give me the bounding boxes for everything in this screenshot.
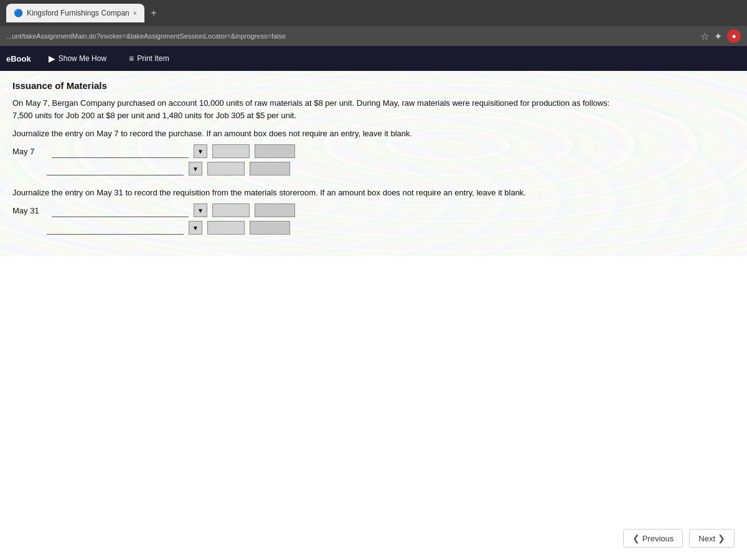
tab-favicon: 🔵 (14, 9, 23, 17)
may31-entry-line-2 (47, 221, 184, 235)
print-item-label: Print Item (137, 54, 169, 63)
may7-row-1: May 7 ▼ (12, 144, 735, 158)
nav-buttons: ❮ Previous Next ❯ (623, 529, 735, 548)
new-tab-btn[interactable]: + (147, 7, 160, 19)
may31-row-2: ▼ (47, 221, 735, 235)
may7-debit-1[interactable] (212, 144, 250, 158)
may31-credit-2[interactable] (250, 221, 290, 235)
may31-entry-line-1 (52, 203, 189, 217)
show-me-how-label: Show Me How (59, 54, 106, 63)
show-me-icon: ▶ (49, 54, 55, 63)
problem-text-2: 7,500 units for Job 200 at $8 per unit a… (12, 111, 296, 120)
main-content: eBook ▶ Show Me How ≡ Print Item Issuanc… (0, 46, 747, 560)
ebook-label: eBook (6, 54, 31, 63)
section-title: Issuance of Materials (12, 80, 735, 91)
may7-journal-section: May 7 ▼ ▼ (12, 144, 735, 175)
next-label: Next (698, 534, 715, 543)
toolbar: eBook ▶ Show Me How ≡ Print Item (0, 46, 747, 71)
may7-dropdown-2[interactable]: ▼ (189, 162, 202, 175)
may7-date: May 7 (12, 147, 47, 156)
may31-debit-2[interactable] (207, 221, 245, 235)
may7-credit-2[interactable] (250, 162, 290, 175)
browser-icons: ☆ ✦ ● (700, 29, 741, 43)
instruction-1: Journalize the entry on May 7 to record … (12, 129, 735, 138)
problem-text-1: On May 7, Bergan Company purchased on ac… (12, 98, 609, 108)
user-icon[interactable]: ● (727, 29, 741, 43)
may31-date: May 31 (12, 206, 47, 215)
tab-bar: 🔵 Kingsford Furnishings Compan × + (6, 4, 161, 22)
problem-text: On May 7, Bergan Company purchased on ac… (12, 97, 735, 121)
may31-dropdown-1[interactable]: ▼ (194, 203, 207, 217)
show-me-how-btn[interactable]: ▶ Show Me How (44, 51, 111, 66)
url-text: ...unt/takeAssignmentMain.do?invoker=&ta… (6, 32, 694, 40)
tab-close-btn[interactable]: × (133, 9, 137, 17)
browser-chrome: 🔵 Kingsford Furnishings Compan × + (0, 0, 747, 26)
may7-entry-line-1 (52, 144, 189, 158)
may31-dropdown-2[interactable]: ▼ (189, 221, 202, 235)
tab-title: Kingsford Furnishings Compan (27, 9, 129, 17)
prev-chevron: ❮ (632, 533, 640, 543)
print-icon: ≡ (129, 54, 134, 63)
may7-dropdown-1[interactable]: ▼ (194, 144, 207, 158)
may7-row-2: ▼ (47, 162, 735, 175)
next-btn[interactable]: Next ❯ (689, 529, 735, 548)
may7-debit-2[interactable] (207, 162, 245, 175)
previous-label: Previous (642, 534, 674, 543)
may31-credit-1[interactable] (255, 203, 295, 217)
bookmark-icon[interactable]: ☆ (700, 30, 709, 42)
may31-debit-1[interactable] (212, 203, 250, 217)
content-wrapper: Issuance of Materials On May 7, Bergan C… (12, 80, 735, 235)
may7-entry-line-2 (47, 162, 184, 175)
extension-icon[interactable]: ✦ (714, 30, 722, 42)
page-body: Issuance of Materials On May 7, Bergan C… (0, 71, 747, 256)
active-tab[interactable]: 🔵 Kingsford Furnishings Compan × (6, 4, 144, 22)
print-item-btn[interactable]: ≡ Print Item (124, 51, 174, 66)
next-chevron: ❯ (718, 533, 725, 543)
may31-journal-section: May 31 ▼ ▼ (12, 203, 735, 235)
url-bar: ...unt/takeAssignmentMain.do?invoker=&ta… (0, 26, 747, 46)
previous-btn[interactable]: ❮ Previous (623, 529, 684, 548)
instruction-2: Journalize the entry on May 31 to record… (12, 188, 735, 197)
may7-credit-1[interactable] (255, 144, 295, 158)
may31-row-1: May 31 ▼ (12, 203, 735, 217)
